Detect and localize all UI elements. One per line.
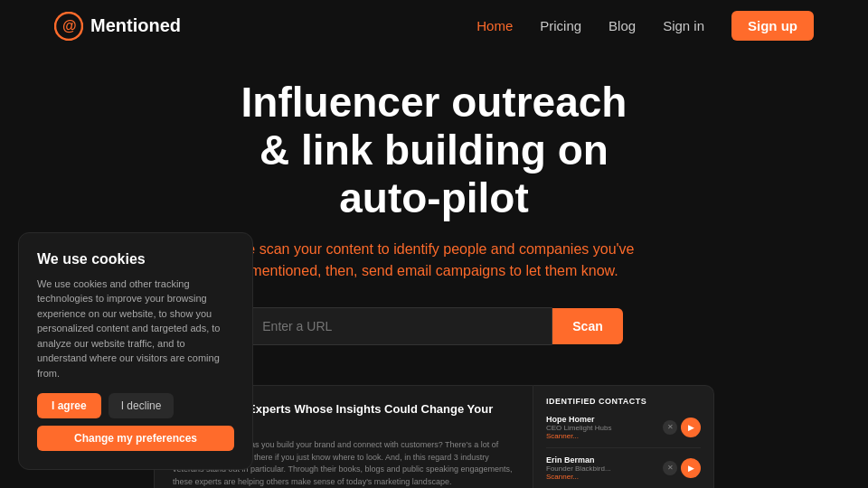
contact-name-1: Hope Homer (546, 415, 663, 424)
hero-headline: Influencer outreach & link building on a… (118, 79, 750, 222)
cookie-agree-button[interactable]: I agree (37, 393, 101, 418)
contact-send-1[interactable]: ▶ (681, 418, 701, 437)
nav-links: Home Pricing Blog Sign in Sign up (476, 11, 814, 41)
logo[interactable]: @ Mentioned (54, 12, 181, 41)
signup-button[interactable]: Sign up (731, 11, 814, 41)
navbar: @ Mentioned Home Pricing Blog Sign in Si… (0, 0, 868, 52)
url-input[interactable] (245, 307, 552, 345)
contact-title-1: CEO Limelight Hubs (546, 424, 663, 432)
contact-info-1: Hope Homer CEO Limelight Hubs Scanner... (546, 415, 663, 440)
contact-actions-2: ✕ ▶ (663, 458, 701, 478)
nav-pricing[interactable]: Pricing (540, 18, 581, 33)
hero-subtext: We scan your content to identify people … (199, 239, 669, 282)
contact-link-1[interactable]: Scanner... (546, 432, 663, 440)
contact-item-1: Hope Homer CEO Limelight Hubs Scanner...… (546, 415, 701, 448)
cookie-decline-button[interactable]: I decline (108, 393, 175, 418)
cookie-text: We use cookies and other tracking techno… (37, 277, 234, 381)
contacts-title: IDENTIFIED CONTACTS (546, 397, 646, 406)
cookie-banner: We use cookies We use cookies and other … (18, 232, 253, 471)
contact-dismiss-2[interactable]: ✕ (663, 461, 677, 475)
cookie-prefs-button[interactable]: Change my preferences (37, 426, 234, 451)
contacts-panel: IDENTIFIED CONTACTS Hope Homer CEO Limel… (533, 385, 714, 488)
contact-name-2: Erin Berman (546, 455, 663, 465)
nav-home[interactable]: Home (476, 18, 513, 33)
contact-title-2: Founder Blackbird... (546, 465, 663, 473)
cookie-title: We use cookies (37, 251, 234, 267)
logo-text: Mentioned (90, 15, 181, 36)
contact-link-2[interactable]: Scanner... (546, 473, 663, 481)
scan-button[interactable]: Scan (552, 308, 622, 344)
nav-blog[interactable]: Blog (609, 18, 636, 33)
contacts-header: IDENTIFIED CONTACTS (546, 397, 701, 406)
contact-item-2: Erin Berman Founder Blackbird... Scanner… (546, 455, 701, 488)
contact-actions-1: ✕ ▶ (663, 418, 701, 437)
cookie-action-buttons: I agree I decline (37, 393, 234, 418)
signin-button[interactable]: Sign in (663, 18, 704, 33)
contact-info-2: Erin Berman Founder Blackbird... Scanner… (546, 455, 663, 481)
contact-dismiss-1[interactable]: ✕ (663, 420, 677, 435)
contact-send-2[interactable]: ▶ (681, 458, 701, 478)
svg-text:@: @ (62, 18, 77, 33)
